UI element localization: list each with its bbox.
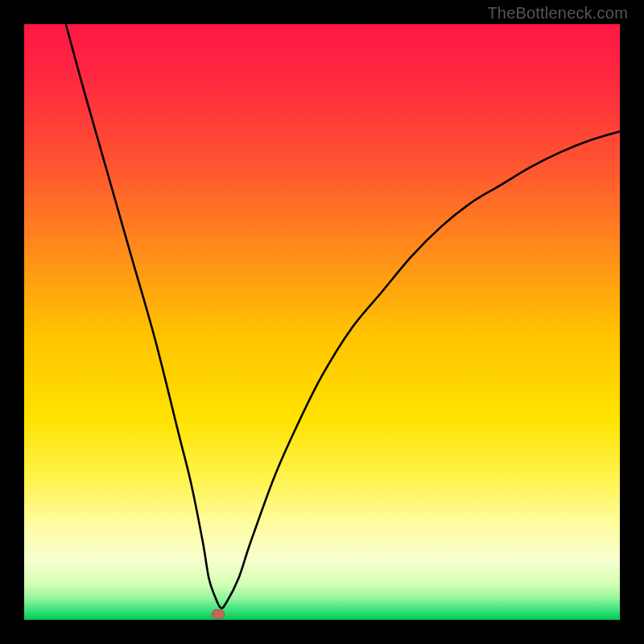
chart-stage: TheBottleneck.com: [0, 0, 644, 644]
gradient-background: [24, 24, 620, 620]
optimal-point-marker: [212, 609, 225, 619]
svg-rect-0: [24, 24, 620, 620]
plot-area: [24, 24, 620, 620]
watermark-text: TheBottleneck.com: [487, 4, 628, 23]
